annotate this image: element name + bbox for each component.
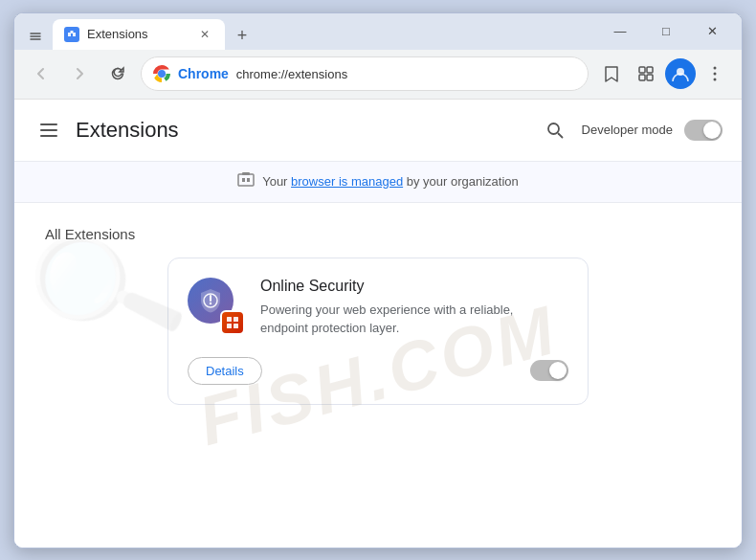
svg-rect-20 — [233, 317, 238, 322]
svg-rect-4 — [639, 67, 645, 73]
back-button[interactable] — [26, 58, 56, 89]
address-bar-input[interactable]: Chrome chrome://extensions — [141, 56, 589, 91]
extension-badge-icon — [220, 310, 245, 335]
managed-org-icon — [237, 171, 255, 192]
developer-mode-toggle[interactable] — [684, 120, 723, 141]
tab-favicon-icon — [64, 27, 79, 42]
extension-details-button[interactable]: Details — [188, 357, 262, 385]
tab-title-text: Extensions — [87, 27, 189, 41]
extension-info: Online Security Powering your web experi… — [260, 278, 568, 338]
svg-rect-0 — [64, 27, 79, 42]
extensions-button[interactable] — [631, 58, 661, 89]
managed-notice-text: Your browser is managed by your organiza… — [262, 174, 519, 189]
svg-rect-6 — [639, 75, 645, 80]
extension-card: Online Security Powering your web experi… — [167, 258, 589, 405]
maximize-button[interactable]: □ — [644, 16, 688, 47]
title-bar: Extensions ✕ + — □ ✕ — [14, 13, 742, 50]
extension-card-top: Online Security Powering your web experi… — [188, 278, 568, 338]
managed-notice-bar: Your browser is managed by your organiza… — [14, 162, 742, 203]
reload-button[interactable] — [102, 58, 133, 89]
svg-point-3 — [159, 71, 165, 77]
svg-point-10 — [714, 73, 717, 76]
svg-rect-21 — [227, 324, 232, 328]
minimize-button[interactable]: — — [598, 16, 642, 47]
address-bar: Chrome chrome://extensions — [14, 50, 742, 100]
svg-rect-22 — [233, 324, 238, 328]
extension-icon-wrap — [188, 278, 245, 335]
chrome-logo-icon — [153, 65, 170, 82]
extension-card-bottom: Details — [188, 357, 568, 385]
extension-description: Powering your web experience with a reli… — [260, 301, 568, 338]
svg-rect-13 — [238, 174, 254, 186]
extension-name: Online Security — [260, 278, 568, 295]
page-title: Extensions — [76, 118, 540, 143]
header-right: Developer mode — [540, 115, 723, 146]
svg-point-9 — [714, 67, 717, 70]
svg-point-18 — [210, 302, 211, 303]
menu-button[interactable] — [700, 58, 730, 89]
new-tab-button[interactable]: + — [229, 23, 256, 50]
page-content: Extensions Developer mode Your br — [14, 100, 742, 548]
svg-point-12 — [548, 123, 559, 134]
tab-area: Extensions ✕ + — [22, 13, 594, 50]
svg-rect-5 — [647, 67, 653, 73]
svg-rect-16 — [242, 172, 250, 175]
sidebar-toggle-button[interactable] — [33, 115, 64, 146]
forward-button[interactable] — [64, 58, 95, 89]
tab-expand-button[interactable] — [22, 23, 49, 50]
search-button[interactable] — [540, 115, 570, 146]
active-tab[interactable]: Extensions ✕ — [53, 19, 225, 50]
toolbar-icons — [596, 58, 730, 89]
tab-close-button[interactable]: ✕ — [196, 26, 213, 43]
extension-enable-toggle[interactable] — [530, 360, 568, 381]
browser-window: Extensions ✕ + — □ ✕ — [13, 12, 743, 549]
window-controls: — □ ✕ — [598, 16, 734, 47]
url-brand: Chrome chrome://extensions — [178, 66, 576, 81]
svg-rect-14 — [242, 178, 245, 182]
extensions-list-area: 🔍 FISH.COM All Extensions — [14, 203, 742, 548]
managed-link[interactable]: browser is managed — [291, 174, 403, 189]
extensions-header: Extensions Developer mode — [14, 100, 742, 162]
developer-mode-label: Developer mode — [582, 123, 673, 137]
bookmark-button[interactable] — [596, 58, 627, 89]
svg-rect-19 — [227, 317, 232, 322]
svg-rect-7 — [647, 75, 653, 80]
close-button[interactable]: ✕ — [690, 16, 734, 47]
profile-button[interactable] — [665, 58, 696, 89]
svg-rect-15 — [247, 178, 250, 182]
hamburger-icon — [40, 123, 57, 137]
svg-point-11 — [714, 78, 717, 81]
all-extensions-heading: All Extensions — [45, 226, 711, 242]
